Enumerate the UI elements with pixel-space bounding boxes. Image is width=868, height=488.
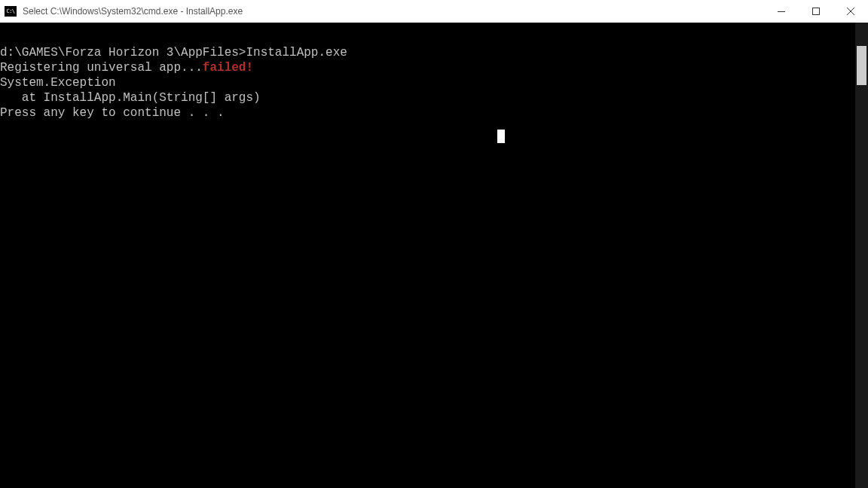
- window-titlebar: C:\ Select C:\Windows\System32\cmd.exe -…: [0, 0, 868, 23]
- console-text-block: d:\GAMES\Forza Horizon 3\AppFiles>Instal…: [0, 45, 868, 120]
- cmd-icon: C:\: [5, 6, 17, 17]
- minimize-icon: [778, 11, 785, 12]
- text-cursor: [496, 130, 505, 144]
- cmd-icon-label: C:\: [6, 9, 14, 14]
- window-controls: [764, 0, 868, 23]
- vertical-scrollbar[interactable]: [855, 23, 868, 488]
- scrollbar-thumb[interactable]: [857, 46, 866, 85]
- stacktrace-text: at InstallApp.Main(String[] args): [0, 90, 868, 105]
- window-title: Select C:\Windows\System32\cmd.exe - Ins…: [23, 6, 764, 17]
- close-button[interactable]: [833, 0, 868, 23]
- failed-text: failed!: [203, 61, 253, 75]
- close-icon: [847, 8, 854, 15]
- minimize-button[interactable]: [764, 0, 799, 23]
- command-text: InstallApp.exe: [246, 46, 347, 59]
- console-output[interactable]: d:\GAMES\Forza Horizon 3\AppFiles>Instal…: [0, 23, 868, 488]
- continue-prompt: Press any key to continue . . .: [0, 105, 868, 120]
- maximize-button[interactable]: [799, 0, 833, 23]
- prompt-text: d:\GAMES\Forza Horizon 3\AppFiles>: [0, 46, 246, 59]
- exception-text: System.Exception: [0, 75, 868, 90]
- maximize-icon: [812, 8, 820, 15]
- register-text: Registering universal app...: [0, 61, 203, 75]
